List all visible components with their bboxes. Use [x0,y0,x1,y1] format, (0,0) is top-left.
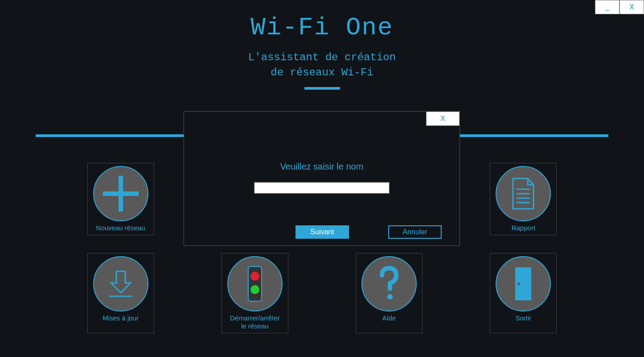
app-subtitle: L'assistant de création de réseaux Wi-Fi [0,50,644,80]
card-label: Démarrer/arrêter le réseau [230,314,280,330]
card-updates[interactable]: Mises à jour [87,253,154,333]
door-icon [496,256,551,311]
next-button[interactable]: Suivant [295,225,349,239]
app-title: Wi-Fi One [0,0,644,42]
download-icon [93,256,148,311]
card-label: Nouveau réseau [96,224,145,232]
dialog-close-button[interactable]: X [426,112,459,126]
subtitle-line-1: L'assistant de création [248,51,396,63]
svg-point-12 [517,282,520,285]
plus-icon [93,166,148,221]
name-input[interactable] [254,182,390,194]
subtitle-line-2: de réseaux Wi-Fi [271,66,373,79]
svg-rect-7 [248,266,262,301]
card-exit[interactable]: Sortir [490,253,557,333]
document-icon [496,166,551,221]
dialog-prompt: Veuillez saisir le nom [184,162,459,172]
cancel-button[interactable]: Annuler [388,225,442,239]
minimize-button[interactable]: _ [595,0,619,14]
card-start-stop[interactable]: Démarrer/arrêter le réseau [222,253,288,333]
card-new-network[interactable]: Nouveau réseau [87,163,154,235]
card-report[interactable]: Rapport [490,163,557,235]
card-help[interactable]: Aide [356,253,422,333]
svg-point-9 [250,285,259,294]
svg-point-10 [387,294,393,299]
name-dialog: X Veuillez saisir le nom Suivant Annuler [184,111,460,246]
window-close-button[interactable]: X [619,0,644,14]
dialog-button-row: Suivant Annuler [184,225,459,239]
title-underline [304,87,340,90]
window-controls: _ X [595,0,644,14]
svg-point-8 [250,272,259,281]
card-label: Sortir [515,314,531,322]
card-label: Mises à jour [103,314,139,322]
card-label: Rapport [512,224,535,232]
traffic-light-icon [227,256,283,311]
card-label: Aide [382,314,396,322]
question-icon [361,256,417,311]
